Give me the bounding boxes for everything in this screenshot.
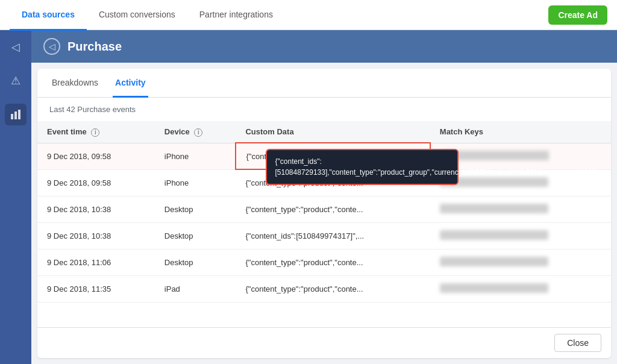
sub-header: Last 42 Purchase events — [37, 98, 611, 121]
event-time-cell: 9 Dec 2018, 09:58 — [37, 169, 155, 196]
main-content: ◁ Purchase Breakdowns Activity Last 42 P… — [31, 30, 617, 364]
table-row: 9 Dec 2018, 10:38 Desktop {"content_ids"… — [37, 222, 611, 249]
custom-data-cell: {"content_type":"product","conte... — [236, 275, 430, 302]
sidebar-back-icon[interactable]: ◁ — [5, 36, 27, 58]
sidebar-chart-icon[interactable] — [5, 104, 27, 125]
footer-bar: Close — [37, 327, 611, 358]
content-tabs: Breakdowns Activity — [37, 69, 611, 98]
purchase-header: ◁ Purchase — [31, 30, 617, 63]
tab-custom-conversions[interactable]: Custom conversions — [87, 1, 187, 31]
col-match-keys: Match Keys — [430, 121, 611, 143]
create-ad-button[interactable]: Create Ad — [548, 5, 607, 25]
events-table: Event time i Device i Custom Data Match … — [37, 121, 611, 303]
event-time-cell: 9 Dec 2018, 09:58 — [37, 143, 155, 169]
purchase-back-icon[interactable]: ◁ — [43, 38, 60, 55]
event-time-cell: 9 Dec 2018, 11:06 — [37, 249, 155, 275]
layout: ◁ ⚠ ◁ Purchase Breakdowns Activity Last … — [0, 30, 617, 364]
svg-rect-2 — [18, 110, 20, 119]
device-cell: iPad — [155, 275, 236, 302]
blurred-value — [440, 283, 548, 293]
nav-tabs: Data sources Custom conversions Partner … — [10, 0, 548, 30]
table-row: 9 Dec 2018, 11:35 iPad {"content_type":"… — [37, 275, 611, 302]
tab-partner-integrations[interactable]: Partner integrations — [187, 1, 285, 31]
svg-rect-0 — [11, 114, 13, 119]
col-event-time: Event time i — [37, 121, 155, 143]
match-keys-cell — [430, 275, 611, 302]
table-row: 9 Dec 2018, 11:06 Desktop {"content_type… — [37, 249, 611, 275]
table-row: 9 Dec 2018, 09:58 iPhone {"content_ids":… — [37, 143, 611, 169]
custom-data-cell: {"content_type":"product","conte... — [236, 249, 430, 275]
tab-breakdowns[interactable]: Breakdowns — [49, 69, 101, 98]
purchase-title: Purchase — [67, 40, 122, 54]
blurred-value — [440, 230, 548, 240]
device-cell: Desktop — [155, 196, 236, 222]
match-keys-cell — [430, 249, 611, 275]
col-device: Device i — [155, 121, 236, 143]
content-area: Breakdowns Activity Last 42 Purchase eve… — [37, 69, 611, 358]
device-cell: iPhone — [155, 143, 236, 169]
blurred-value — [440, 204, 548, 213]
tab-activity[interactable]: Activity — [113, 69, 148, 98]
event-time-cell: 9 Dec 2018, 11:35 — [37, 275, 155, 302]
sidebar-warning-icon[interactable]: ⚠ — [5, 70, 27, 92]
sidebar: ◁ ⚠ — [0, 30, 31, 364]
custom-data-cell: {"content_type":"product","conte... — [236, 196, 430, 222]
svg-rect-1 — [14, 111, 17, 119]
custom-data-cell: {"content_ids":[510849974317]",... — [236, 222, 430, 249]
match-keys-cell — [430, 222, 611, 249]
close-button[interactable]: Close — [554, 334, 601, 352]
blurred-value — [440, 257, 548, 266]
event-time-info-icon[interactable]: i — [91, 128, 99, 137]
device-cell: Desktop — [155, 249, 236, 275]
tab-data-sources[interactable]: Data sources — [10, 1, 87, 31]
match-keys-cell — [430, 196, 611, 222]
device-info-icon[interactable]: i — [194, 128, 202, 137]
table-row: 9 Dec 2018, 10:38 Desktop {"content_type… — [37, 196, 611, 222]
top-nav: Data sources Custom conversions Partner … — [0, 0, 617, 30]
table-wrap: Event time i Device i Custom Data Match … — [37, 121, 611, 327]
tooltip-box: {"content_ids":​[510848729133],"content_… — [266, 149, 459, 185]
device-cell: Desktop — [155, 222, 236, 249]
device-cell: iPhone — [155, 169, 236, 196]
event-time-cell: 9 Dec 2018, 10:38 — [37, 196, 155, 222]
tooltip-wrapper: {"content_ids":[510848729133],... {"cont… — [246, 152, 362, 161]
col-custom-data: Custom Data — [236, 121, 430, 143]
custom-data-cell[interactable]: {"content_ids":[510848729133],... {"cont… — [236, 143, 430, 169]
event-time-cell: 9 Dec 2018, 10:38 — [37, 222, 155, 249]
